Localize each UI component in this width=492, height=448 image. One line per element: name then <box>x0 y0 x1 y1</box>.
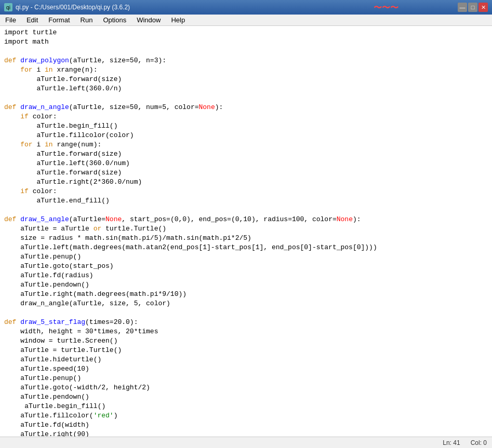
watermark: 〜〜〜 <box>374 3 398 13</box>
menu-file[interactable]: File <box>0 15 21 25</box>
menu-edit[interactable]: Edit <box>21 15 43 25</box>
line-number: Ln: 41 <box>443 439 460 446</box>
menu-options[interactable]: Options <box>98 15 131 25</box>
title-bar: qi qi.py - C:/Users/001/Desktop/qi.py (3… <box>0 0 492 15</box>
menu-format[interactable]: Format <box>43 15 75 25</box>
code-content[interactable]: import turtle import math def draw_polyg… <box>0 26 492 437</box>
maximize-button[interactable]: □ <box>468 3 477 12</box>
title-bar-left: qi qi.py - C:/Users/001/Desktop/qi.py (3… <box>4 3 130 11</box>
col-number: Col: 0 <box>471 439 487 446</box>
code-container: import turtle import math def draw_polyg… <box>0 26 492 437</box>
menu-window[interactable]: Window <box>131 15 166 25</box>
window-controls[interactable]: — □ ✕ <box>458 3 488 12</box>
minimize-button[interactable]: — <box>458 3 467 12</box>
editor-area[interactable]: import turtle import math def draw_polyg… <box>0 26 492 437</box>
menu-run[interactable]: Run <box>75 15 98 25</box>
app-icon: qi <box>4 3 12 11</box>
menu-help[interactable]: Help <box>166 15 190 25</box>
menu-bar: File Edit Format Run Options Window Help <box>0 15 492 26</box>
status-bar: Ln: 41 Col: 0 <box>0 437 492 448</box>
close-button[interactable]: ✕ <box>478 3 488 12</box>
window-title: qi.py - C:/Users/001/Desktop/qi.py (3.6.… <box>16 4 130 11</box>
